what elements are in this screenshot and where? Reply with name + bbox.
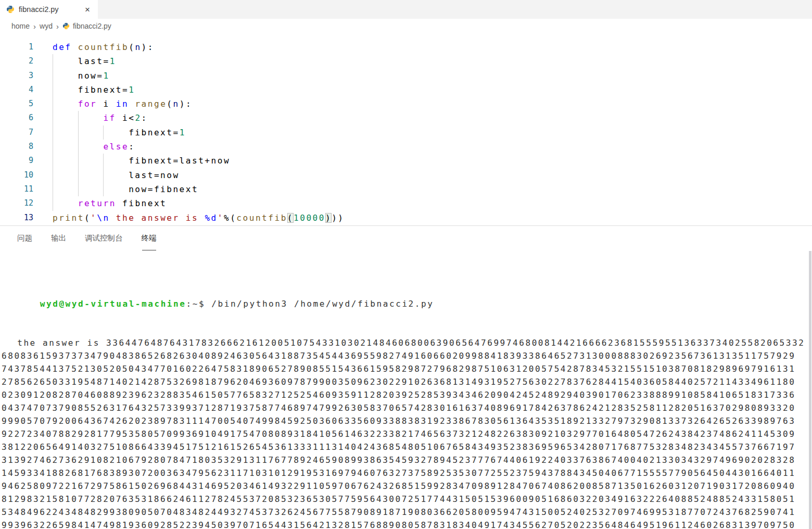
- python-icon: [6, 5, 15, 14]
- line-number: 2: [0, 54, 33, 68]
- code-text: fibnext=1: [53, 83, 812, 97]
- tab-title: fibnacci2.py: [19, 5, 59, 14]
- code-text: else:: [53, 140, 812, 154]
- code-text: now=1: [53, 69, 812, 83]
- code-line: 4fibnext=1: [0, 83, 812, 97]
- panel-tab-bar: 问题输出调试控制台终端: [0, 226, 812, 250]
- prompt-user: wyd@wyd-virtual-machine: [40, 299, 186, 309]
- line-number: 8: [0, 140, 33, 154]
- terminal-output-line: the answer is 33644764876431783266621612…: [0, 336, 812, 349]
- code-text: print('\n the answer is %d'%(countfib(10…: [53, 211, 812, 225]
- indent-guide: [103, 125, 104, 140]
- code-line: 3now=1: [0, 69, 812, 83]
- code-text: last=1: [53, 54, 812, 68]
- python-icon: [62, 22, 70, 30]
- indent-guide: [53, 154, 53, 168]
- panel-tab-2[interactable]: 调试控制台: [85, 226, 123, 250]
- prompt-suffix: :~$: [186, 299, 205, 309]
- indent-guide: [78, 154, 79, 168]
- terminal-output-line: 0437470737908552631764325733993712871937…: [0, 401, 812, 414]
- terminal-output-line: 7437854413752130520504347701602264758318…: [0, 362, 812, 375]
- terminal-output-line: 8129832158107728207635318662461127824553…: [0, 493, 812, 506]
- terminal-output-line: 0230912082870460889239623288354615057765…: [0, 388, 812, 401]
- indent-guide: [53, 111, 53, 125]
- terminal-blank-line: [0, 323, 812, 336]
- code-editor[interactable]: 1def countfib(n):2last=13now=14fibnext=1…: [0, 33, 812, 225]
- terminal-output-line: 3812206564914032751086643394517512161526…: [0, 440, 812, 454]
- line-number: 1: [0, 40, 33, 54]
- code-line: 6if i<2:: [0, 111, 812, 125]
- terminal-output-line: 9227234078829281779535805709936910491754…: [0, 427, 812, 440]
- line-number: 10: [0, 168, 33, 182]
- breadcrumb: home › wyd › fibnacci2.py: [0, 19, 812, 33]
- terminal-scrollbar[interactable]: [809, 251, 811, 529]
- terminal-command: /bin/python3 /home/wyd/fibnacci2.py: [205, 299, 434, 309]
- code-line: 9fibnext=last+now: [0, 154, 812, 168]
- code-text: last=now: [53, 168, 812, 182]
- breadcrumb-item-home[interactable]: home: [11, 22, 30, 30]
- line-number: 4: [0, 83, 33, 97]
- chevron-right-icon: ›: [56, 22, 59, 31]
- code-line: 8else:: [0, 140, 812, 154]
- code-line: 13print('\n the answer is %d'%(countfib(…: [0, 211, 812, 225]
- terminal-output-line: 3139274627362910821067928078471803532913…: [0, 454, 812, 467]
- code-line: 7fibnext=1: [0, 125, 812, 140]
- terminal-output: the answer is 33644764876431783266621612…: [0, 323, 812, 529]
- tab-bar: fibnacci2.py ×: [0, 0, 812, 19]
- indent-guide: [103, 182, 104, 196]
- breadcrumb-item-file[interactable]: fibnacci2.py: [62, 22, 111, 30]
- code-text: if i<2:: [53, 111, 812, 125]
- chevron-right-icon: ›: [33, 22, 36, 31]
- tab-fibnacci2[interactable]: fibnacci2.py ×: [0, 0, 98, 19]
- indent-guide: [103, 168, 104, 182]
- terminal[interactable]: wyd@wyd-virtual-machine:~$ /bin/python3 …: [0, 250, 812, 529]
- line-number: 3: [0, 69, 33, 83]
- panel-tab-3[interactable]: 终端: [142, 226, 157, 250]
- indent-guide: [53, 196, 53, 210]
- line-number: 5: [0, 97, 33, 111]
- indent-guide: [53, 83, 53, 97]
- code-line: 1def countfib(n):: [0, 40, 812, 54]
- indent-guide: [78, 125, 79, 140]
- terminal-output-line: 9939632265984147498193609285223945039707…: [0, 519, 812, 529]
- terminal-output-line: 9462580972216729758615026968443146952034…: [0, 480, 812, 493]
- code-text: now=fibnext: [53, 182, 812, 196]
- indent-guide: [78, 168, 79, 182]
- indent-guide: [53, 182, 53, 196]
- code-line: 5for i in range(n):: [0, 97, 812, 111]
- code-text: fibnext=1: [53, 125, 812, 140]
- code-text: def countfib(n):: [53, 40, 812, 54]
- code-line: 11now=fibnext: [0, 182, 812, 196]
- terminal-command-line: wyd@wyd-virtual-machine:~$ /bin/python3 …: [0, 284, 812, 297]
- line-number: 6: [0, 111, 33, 125]
- terminal-output-line: 6808361593737347904838652682630408924630…: [0, 349, 812, 362]
- code-text: for i in range(n):: [53, 97, 812, 111]
- code-line: 12return fibnext: [0, 196, 812, 210]
- indent-guide: [53, 97, 53, 111]
- terminal-output-line: 2785626503319548714021428753269818796204…: [0, 375, 812, 388]
- panel-tab-1[interactable]: 输出: [51, 226, 66, 250]
- close-icon[interactable]: ×: [82, 5, 93, 14]
- line-number: 7: [0, 125, 33, 140]
- terminal-output-line: 1459334188268176838930720036347956231171…: [0, 467, 812, 480]
- line-number: 11: [0, 182, 33, 196]
- code-text: return fibnext: [53, 196, 812, 210]
- indent-guide: [103, 154, 104, 168]
- code-line: 10last=now: [0, 168, 812, 182]
- indent-guide: [53, 140, 53, 154]
- terminal-output-line: 5348496224348482993809050704834824493274…: [0, 506, 812, 519]
- breadcrumb-item-wyd[interactable]: wyd: [40, 22, 53, 30]
- indent-guide: [53, 69, 53, 83]
- indent-guide: [78, 182, 79, 196]
- indent-guide: [53, 54, 53, 68]
- indent-guide: [53, 168, 53, 182]
- indent-guide: [78, 140, 79, 154]
- line-number: 13: [0, 211, 33, 225]
- indent-guide: [78, 111, 79, 125]
- panel-tab-0[interactable]: 问题: [17, 226, 32, 250]
- line-number: 12: [0, 196, 33, 210]
- terminal-output-line: 9990570792006436742620238978311147005407…: [0, 414, 812, 427]
- indent-guide: [53, 125, 53, 140]
- code-line: 2last=1: [0, 54, 812, 68]
- code-text: fibnext=last+now: [53, 154, 812, 168]
